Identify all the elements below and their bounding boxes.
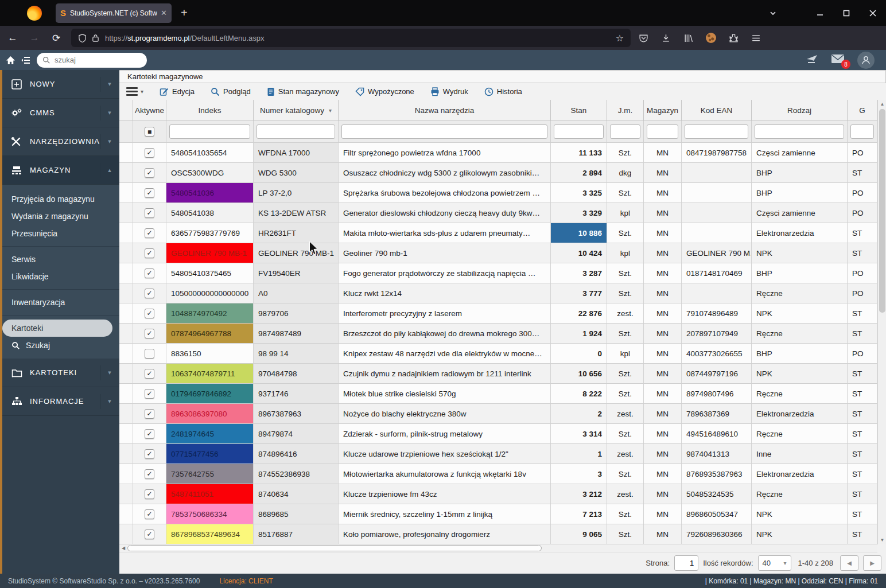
row-checkbox[interactable]: ✓ [145, 409, 154, 419]
row-checkbox[interactable]: ✓ [145, 389, 154, 399]
table-row[interactable]: ✓5480541035654WFDNA 17000Filtr sprężoneg… [119, 143, 877, 163]
url-bar[interactable]: https://st.programdemo.pl/DefaultLeftMen… [71, 29, 631, 47]
table-row[interactable]: ✓867896853748963485176887Koło pomiarowe,… [119, 524, 877, 544]
new-tab-button[interactable]: + [181, 6, 188, 20]
table-row[interactable]: ✓54805410375465FV19540ERFogo generator p… [119, 263, 877, 283]
sidebar-item-informacje[interactable]: INFORMACJE ▾ [2, 387, 119, 416]
close-button[interactable] [860, 0, 886, 26]
horizontal-scrollbar[interactable]: ◀ [119, 544, 877, 552]
submenu-item-kartoteki[interactable]: Kartoteki [2, 320, 112, 337]
shield-icon[interactable] [78, 34, 87, 42]
row-checkbox[interactable] [145, 349, 154, 359]
extensions-puzzle-icon[interactable] [729, 33, 739, 43]
column-header-aktywne[interactable]: Aktywne [133, 100, 166, 121]
sidebar-item-kartoteki-group[interactable]: KARTOTEKI ▾ [2, 359, 119, 387]
user-avatar[interactable] [857, 52, 875, 69]
tab-close-icon[interactable]: ✕ [161, 9, 167, 17]
table-row[interactable]: ✓7357642755874552386938Młotowiertarka ak… [119, 464, 877, 484]
row-checkbox[interactable]: ✓ [145, 529, 154, 539]
submenu-item-wydania[interactable]: Wydania z magazynu [2, 208, 119, 225]
row-checkbox[interactable]: ✓ [145, 309, 154, 318]
toolbar-button-edycja[interactable]: Edycja [160, 87, 195, 96]
chevron-up-icon[interactable]: ▴ [100, 163, 119, 178]
scroll-up-icon[interactable]: ▲ [878, 100, 886, 108]
row-checkbox[interactable]: ✓ [145, 369, 154, 379]
sort-down-icon[interactable]: ▾ [329, 107, 332, 114]
downloads-icon[interactable] [661, 33, 671, 43]
mail-icon[interactable]: 8 [831, 54, 845, 66]
chevron-down-icon[interactable]: ▾ [100, 394, 119, 409]
reload-icon[interactable]: ⟳ [47, 29, 65, 47]
row-checkbox[interactable]: ✓ [145, 289, 154, 298]
row-checkbox[interactable]: ✓ [145, 188, 154, 198]
chevron-down-icon[interactable]: ▾ [100, 106, 119, 120]
toolbar-button-wypozyczone[interactable]: Wypożyczone [355, 87, 414, 96]
chevron-down-icon[interactable]: ▾ [100, 365, 119, 380]
column-header-ean[interactable]: Kod EAN [682, 100, 752, 121]
column-header-magazyn[interactable]: Magazyn [644, 100, 682, 121]
send-paperplane-icon[interactable] [806, 54, 818, 67]
column-header-indeks[interactable]: Indeks [166, 100, 254, 121]
sidebar-item-magazyn[interactable]: MAGAZYN ▴ [2, 156, 119, 185]
table-row[interactable]: ✓5480541038KS 13-2DEW ATSRGenerator dies… [119, 203, 877, 223]
table-row[interactable]: ✓OSC5300WDGWDG 5300Osuszacz chłodniczy w… [119, 163, 877, 183]
row-checkbox[interactable]: ✓ [145, 329, 154, 338]
chevron-down-icon[interactable]: ▾ [100, 134, 119, 149]
row-checkbox[interactable]: ✓ [145, 248, 154, 258]
bookmark-star-icon[interactable]: ☆ [616, 33, 624, 44]
scroll-left-icon[interactable]: ◀ [119, 546, 127, 551]
cookie-extension-icon[interactable] [706, 33, 716, 43]
column-header-g[interactable]: G [848, 100, 877, 121]
column-header-katalog[interactable]: Numer katalogowy▾ [254, 100, 339, 121]
toolbar-button-wydruk[interactable]: Wydruk [430, 87, 468, 96]
back-icon[interactable]: ← [3, 29, 22, 47]
table-row[interactable]: ✓89630863970808967387963Nożyce do blachy… [119, 404, 877, 424]
toolbar-button-stan-magazynowy[interactable]: Stan magazynowy [267, 87, 339, 96]
row-checkbox[interactable]: ✓ [145, 268, 154, 278]
toolbar-button-historia[interactable]: Historia [484, 87, 522, 96]
firefox-icon[interactable] [27, 6, 42, 21]
submenu-item-likwidacje[interactable]: Likwidacje [2, 268, 119, 285]
records-per-page-select[interactable]: 40 ▾ [758, 555, 791, 571]
sidebar-item-nowy[interactable]: NOWY ▾ [2, 70, 119, 99]
filter-input-katalog[interactable] [257, 124, 335, 139]
filter-input-ean[interactable] [685, 124, 748, 139]
submenu-item-przyjecia[interactable]: Przyjęcia do magazynu [2, 190, 119, 208]
table-row[interactable]: ✓6365775983779769HR2631FTMakita młoto-wi… [119, 223, 877, 243]
row-checkbox[interactable]: ✓ [145, 449, 154, 459]
url-text[interactable]: https://st.programdemo.pl/DefaultLeftMen… [105, 34, 616, 42]
row-checkbox[interactable]: ✓ [145, 469, 154, 479]
table-row[interactable]: 883615098 99 14Knipex zestaw 48 narzędzi… [119, 344, 877, 364]
table-row[interactable]: ✓78537506863348689685Miernik średnicy, s… [119, 504, 877, 524]
toolbar-button-podglad[interactable]: Podgląd [211, 87, 251, 96]
home-icon[interactable] [6, 56, 15, 65]
minimize-button[interactable] [807, 0, 833, 26]
row-checkbox[interactable]: ✓ [145, 208, 154, 218]
table-row[interactable]: ✓105000000000000000A0Klucz rwkt 12x143 7… [119, 283, 877, 303]
vertical-scroll-thumb[interactable] [879, 109, 885, 313]
lock-icon[interactable] [92, 34, 99, 42]
menu-hamburger-icon[interactable] [751, 33, 761, 43]
pocket-icon[interactable] [639, 33, 648, 43]
table-row[interactable]: ✓GEOLINER 790 MB-1GEOLINER 790 MB-1Geoli… [119, 243, 877, 263]
filter-input-stan[interactable] [554, 124, 604, 139]
column-header-stan[interactable]: Stan [551, 100, 607, 121]
filter-input-g[interactable] [850, 124, 874, 139]
filter-input-indeks[interactable] [169, 124, 250, 139]
horizontal-scroll-thumb[interactable] [127, 545, 542, 551]
table-row[interactable]: ✓5480541036LP 37-2,0Sprężarka śrubowa be… [119, 183, 877, 203]
sidebar-item-cmms[interactable]: CMMS ▾ [2, 99, 119, 127]
global-search[interactable] [37, 53, 147, 68]
toolbar-hamburger-menu[interactable]: ▾ [126, 87, 143, 96]
filter-input-rodzaj[interactable] [755, 124, 844, 139]
prev-page-button[interactable]: ◀ [840, 555, 858, 571]
row-checkbox[interactable]: ✓ [145, 489, 154, 499]
table-row[interactable]: ✓106374074879711970484798Czujnik dymu z … [119, 364, 877, 384]
table-row[interactable]: ✓017946978468929371746Młotek blue strike… [119, 384, 877, 404]
column-header-nazwa[interactable]: Nazwa narzędzia [339, 100, 551, 121]
vertical-scrollbar[interactable]: ▲ ▼ [877, 100, 886, 544]
maximize-button[interactable] [833, 0, 860, 26]
list-tabs-chevron-icon[interactable] [760, 0, 786, 26]
scroll-down-icon[interactable]: ▼ [878, 536, 886, 544]
submenu-item-szukaj[interactable]: Szukaj [2, 337, 119, 354]
